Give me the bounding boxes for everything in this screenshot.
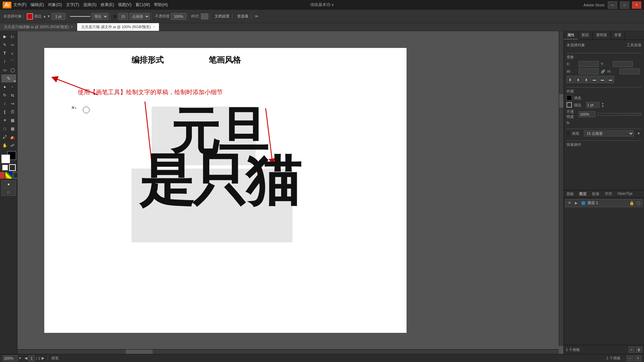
opacity-panel-input[interactable]: 100% — [579, 111, 595, 117]
align-top-icon[interactable]: ▬ — [591, 76, 598, 83]
window-controls[interactable]: — □ × — [608, 1, 641, 9]
scale-tool[interactable]: ↕ — [1, 100, 8, 108]
align-center-icon[interactable]: ▮ — [575, 76, 582, 83]
canvas-area[interactable]: 编排形式 笔画风格 使用【画笔工具】绘制文字的草稿，绘制时添加小细节 — [17, 31, 564, 354]
align-middle-icon[interactable]: ▬ — [599, 76, 606, 83]
zoom-out-button[interactable]: − — [627, 355, 633, 361]
menu-help[interactable]: 帮助(H) — [154, 2, 168, 8]
touch-type-tool[interactable]: ⅽ — [9, 49, 16, 57]
page-next-button[interactable]: ▶ — [42, 356, 44, 360]
stroke-color-swatch[interactable] — [27, 13, 33, 19]
zoom-tool[interactable]: ☍ — [9, 141, 16, 149]
column-graph-tool[interactable]: ▦ — [9, 116, 16, 124]
direct-selection-tool[interactable]: ▷ — [9, 33, 16, 41]
blob-brush-tool[interactable]: ● — [1, 83, 8, 91]
menu-view[interactable]: 视图(V) — [118, 2, 131, 8]
menu-bar-items[interactable]: 文件(F) 编辑(E) 对象(O) 文字(T) 选择(S) 效果(E) 视图(V… — [13, 2, 168, 8]
hand-tool[interactable]: ✋ — [1, 141, 8, 149]
tab-document-1[interactable]: 元旦是只猫讲解.ai @ 200% (RGB/预览) × — [0, 23, 77, 31]
fill-button[interactable] — [2, 164, 8, 171]
layer-visibility-toggle[interactable]: 👁 — [567, 200, 572, 206]
page-prev-button[interactable]: ◀ — [24, 356, 27, 360]
layer-tab-panel[interactable]: 面板 — [564, 190, 577, 197]
style-swatch[interactable] — [201, 13, 208, 19]
ellipse-tool[interactable]: ◯ — [9, 66, 16, 74]
opacity-input[interactable]: 100% — [171, 13, 186, 20]
type-tool[interactable]: T — [1, 49, 8, 57]
symbol-tool[interactable]: ☀ — [1, 116, 8, 124]
layer-target-icon[interactable]: ◯ — [636, 200, 641, 206]
stroke-up-icon[interactable]: ▲ — [43, 14, 46, 18]
eyedropper-tool[interactable]: 🖍 — [1, 133, 8, 141]
first-option-section[interactable]: 首选项 — [234, 13, 251, 19]
rect-tool[interactable]: ▭ — [1, 66, 8, 74]
y-input[interactable] — [613, 61, 633, 67]
stroke-down-icon[interactable]: ▼ — [47, 14, 50, 18]
align-left-icon[interactable]: ▮ — [567, 76, 574, 83]
gradient-mode-button[interactable] — [5, 172, 12, 179]
stroke-width-panel-input[interactable]: 1 pt — [586, 102, 599, 108]
curvature-tool[interactable]: ∾ — [9, 41, 16, 49]
blend-tool[interactable]: ☴ — [9, 108, 16, 116]
stroke-swatch[interactable] — [567, 102, 572, 108]
align-right-icon[interactable]: ▮ — [583, 76, 590, 83]
stroke-button[interactable] — [9, 164, 16, 171]
measure-tool[interactable]: ⛺ — [9, 133, 16, 141]
slice-tool[interactable]: ▦ — [9, 125, 16, 133]
layer-tab-opentype[interactable]: OpenTyp — [615, 190, 635, 197]
draw-normal-button[interactable]: ■ — [1, 180, 16, 188]
fill-swatch[interactable] — [567, 95, 572, 101]
stroke-down-arrow[interactable]: ▼ — [601, 105, 604, 108]
brush-menu-icon[interactable]: ▾ — [636, 131, 641, 136]
draw-behind-button[interactable]: □ — [1, 188, 16, 196]
maximize-button[interactable]: □ — [620, 1, 629, 9]
pen-tool[interactable]: ✎ — [1, 41, 8, 49]
close-button[interactable]: × — [632, 1, 641, 9]
new-layer-button[interactable]: + — [629, 347, 635, 353]
rotate-tool[interactable]: ↻ — [1, 91, 8, 99]
menu-effect[interactable]: 效果(E) — [101, 2, 114, 8]
reflect-tool[interactable]: ⇆ — [9, 91, 16, 99]
layer-tab-paragraph[interactable]: 段落 — [589, 190, 602, 197]
line-tool[interactable]: / — [1, 58, 8, 66]
tab-document-2[interactable]: 元旦是只猫-源文件.ai @ 100% (RGB/预览) × — [77, 23, 159, 31]
extra-icon[interactable]: ≫ — [255, 14, 259, 18]
minimize-button[interactable]: — — [608, 1, 617, 9]
doc-settings-section[interactable]: 文档设置 — [212, 13, 232, 19]
align-bottom-icon[interactable]: ▬ — [607, 76, 614, 83]
stroke-up-arrow[interactable]: ▲ — [601, 102, 604, 105]
background-swatch[interactable] — [1, 155, 10, 163]
layer-expand-icon[interactable]: ▶ — [574, 200, 579, 206]
right-tab-layers[interactable]: 图层 — [578, 31, 593, 40]
layer-tab-char[interactable]: 字符 — [602, 190, 615, 197]
stroke-style-select[interactable]: 等比 — [92, 13, 108, 20]
layer-lock-icon[interactable]: 🔒 — [629, 200, 634, 206]
menu-window[interactable]: 窗口(W) — [136, 2, 150, 8]
menu-object[interactable]: 对象(O) — [48, 2, 62, 8]
vertical-scrollbar[interactable] — [559, 31, 564, 346]
delete-layer-button[interactable]: 🗑 — [636, 347, 642, 353]
menu-edit[interactable]: 编辑(E) — [31, 2, 44, 8]
zoom-dropdown-icon[interactable]: ▾ — [19, 356, 21, 360]
adobe-stock-link[interactable]: Adobe Stock — [584, 3, 604, 7]
layer-tab-layers[interactable]: 图层 — [577, 190, 589, 197]
artboard-tool[interactable]: □ — [1, 125, 8, 133]
tab-close-2[interactable]: × — [153, 25, 155, 29]
right-tab-transparency[interactable]: 透明度 — [593, 31, 611, 40]
brush-size-input[interactable]: 15 — [118, 13, 128, 20]
width-tool[interactable]: ∥ — [1, 108, 8, 116]
fx-label[interactable]: fx. — [567, 121, 571, 125]
h-input[interactable] — [620, 68, 640, 74]
menu-text[interactable]: 文字(T) — [66, 2, 79, 8]
eraser-tool[interactable]: ▫ — [9, 83, 16, 91]
right-tab-properties[interactable]: 属性 — [564, 31, 578, 40]
warp-tool[interactable]: ↝ — [9, 100, 16, 108]
tab-close-1[interactable]: × — [71, 25, 73, 29]
color-mode-button[interactable] — [0, 172, 5, 179]
menu-select[interactable]: 选择(S) — [83, 2, 97, 8]
selection-tool[interactable]: ▶ — [1, 33, 8, 41]
zoom-in-button[interactable]: + — [635, 355, 641, 361]
link-icon[interactable]: 🔗 — [601, 69, 605, 74]
first-option-button[interactable]: 首选项 — [236, 13, 250, 19]
opacity-slider[interactable] — [597, 113, 641, 116]
